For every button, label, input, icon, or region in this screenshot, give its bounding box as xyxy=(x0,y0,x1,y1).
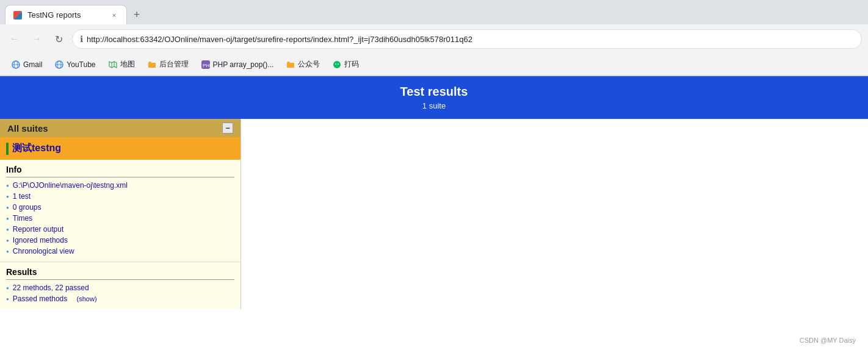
bookmark-maps-label: 地图 xyxy=(120,59,135,70)
info-list: G:\P\OJOnline\maven-oj\testng.xml 1 test… xyxy=(6,180,234,257)
main-layout: All suites − 测试testng Info G:\P\OJOnline… xyxy=(0,119,868,309)
suite-indicator xyxy=(6,143,9,155)
bookmark-folder2[interactable]: 公众号 xyxy=(281,57,325,72)
collapse-button[interactable]: − xyxy=(222,123,233,134)
page-title: Test results xyxy=(9,85,859,99)
browser-chrome: TestNG reports × + ← → ↻ ℹ http://localh… xyxy=(0,0,868,76)
reload-button[interactable]: ↻ xyxy=(50,30,67,48)
list-item: 0 groups xyxy=(6,202,234,213)
passed-methods-link[interactable]: Passed methods xyxy=(13,295,67,303)
bookmark-folder2-label: 公众号 xyxy=(298,59,320,70)
bookmarks-bar: Gmail YouTube 地图 后台管理 xyxy=(0,54,868,76)
folder2-icon xyxy=(286,60,295,70)
forward-button[interactable]: → xyxy=(28,30,45,48)
svg-text:PHP: PHP xyxy=(203,63,210,68)
bookmark-youtube-label: YouTube xyxy=(67,60,95,69)
new-tab-button[interactable]: + xyxy=(127,5,146,24)
svg-point-11 xyxy=(333,61,341,68)
svg-marker-6 xyxy=(109,62,117,68)
info-link-ignored[interactable]: Ignored methods xyxy=(13,236,68,245)
tab-close-button[interactable]: × xyxy=(109,10,119,20)
list-item: Passed methods (show) xyxy=(6,293,234,304)
show-link[interactable]: (show) xyxy=(77,295,97,302)
bookmark-gmail-label: Gmail xyxy=(23,60,42,69)
secure-icon: ℹ xyxy=(80,34,83,44)
all-suites-label: All suites xyxy=(7,123,48,134)
all-suites-header: All suites − xyxy=(0,119,241,137)
list-item: 1 test xyxy=(6,191,234,202)
bookmark-maps[interactable]: 地图 xyxy=(103,57,140,72)
svg-point-12 xyxy=(335,63,336,65)
wechat-icon xyxy=(332,60,342,70)
suite-item[interactable]: 测试testng xyxy=(0,137,241,160)
info-section-title: Info xyxy=(6,165,234,177)
list-item: Reporter output xyxy=(6,224,234,235)
tab-favicon xyxy=(13,10,23,20)
bookmark-wechat-label: 打码 xyxy=(344,59,359,70)
list-item: Chronological view xyxy=(6,246,234,257)
address-bar: ← → ↻ ℹ http://localhost:63342/OJOnline/… xyxy=(0,24,868,54)
right-panel xyxy=(241,119,868,309)
info-panel: Info G:\P\OJOnline\maven-oj\testng.xml 1… xyxy=(0,160,241,262)
bookmark-wechat[interactable]: 打码 xyxy=(327,57,364,72)
bookmark-folder1[interactable]: 后台管理 xyxy=(142,57,193,72)
tab-bar: TestNG reports × + xyxy=(0,0,868,24)
results-list: 22 methods, 22 passed Passed methods (sh… xyxy=(6,282,234,304)
info-link-xml[interactable]: G:\P\OJOnline\maven-oj\testng.xml xyxy=(13,181,128,190)
methods-count: 22 methods, 22 passed xyxy=(13,284,89,292)
info-link-groups[interactable]: 0 groups xyxy=(13,203,42,212)
page-subtitle: 1 suite xyxy=(9,101,859,110)
youtube-icon xyxy=(54,60,64,70)
tab-title: TestNG reports xyxy=(27,10,104,20)
map-icon xyxy=(108,60,118,70)
svg-point-13 xyxy=(338,63,339,65)
php-icon: PHP xyxy=(201,60,211,70)
active-tab[interactable]: TestNG reports × xyxy=(5,5,127,24)
results-title: Results xyxy=(6,267,234,280)
list-item: Ignored methods xyxy=(6,235,234,246)
left-panel: All suites − 测试testng Info G:\P\OJOnline… xyxy=(0,119,241,309)
info-link-reporter[interactable]: Reporter output xyxy=(13,225,63,234)
url-text: http://localhost:63342/OJOnline/maven-oj… xyxy=(87,35,472,44)
globe-icon xyxy=(11,60,21,70)
page-content: Test results 1 suite All suites − 测试test… xyxy=(0,76,868,320)
testng-header: Test results 1 suite xyxy=(0,76,868,119)
suite-name: 测试testng xyxy=(12,142,61,155)
info-link-times[interactable]: Times xyxy=(13,214,32,223)
list-item: Times xyxy=(6,213,234,224)
bookmark-gmail[interactable]: Gmail xyxy=(6,57,47,72)
folder-icon xyxy=(147,60,157,70)
bookmark-youtube[interactable]: YouTube xyxy=(49,57,100,72)
info-link-tests[interactable]: 1 test xyxy=(13,192,31,201)
bookmark-folder1-label: 后台管理 xyxy=(159,59,189,70)
list-item: G:\P\OJOnline\maven-oj\testng.xml xyxy=(6,180,234,191)
info-link-chronological[interactable]: Chronological view xyxy=(13,247,74,255)
list-item: 22 methods, 22 passed xyxy=(6,282,234,293)
address-input[interactable]: ℹ http://localhost:63342/OJOnline/maven-… xyxy=(72,29,862,49)
back-button[interactable]: ← xyxy=(6,30,23,48)
results-section: Results 22 methods, 22 passed Passed met… xyxy=(0,262,241,309)
bookmark-php-label: PHP array_pop()... xyxy=(213,60,274,69)
bookmark-php[interactable]: PHP PHP array_pop()... xyxy=(196,57,279,72)
